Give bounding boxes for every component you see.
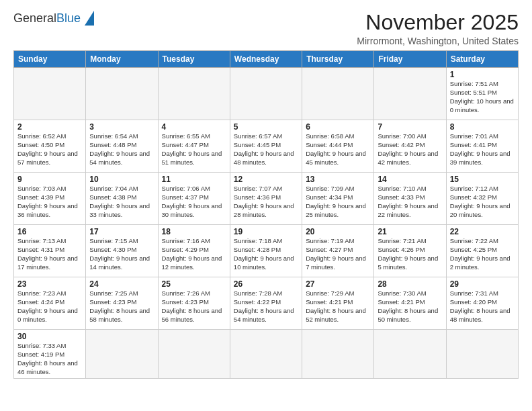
calendar-week-row: 30Sunrise: 7:33 AM Sunset: 4:19 PM Dayli…: [14, 330, 519, 379]
header-wednesday: Wednesday: [230, 51, 302, 68]
logo-general: General: [13, 11, 56, 25]
calendar-week-row: 9Sunrise: 7:03 AM Sunset: 4:39 PM Daylig…: [14, 173, 519, 225]
table-row: [86, 330, 158, 379]
logo-blue: Blue: [56, 11, 81, 25]
day-info: Sunrise: 7:09 AM Sunset: 4:34 PM Dayligh…: [306, 185, 370, 219]
logo: GeneralBlue: [13, 11, 94, 26]
day-info: Sunrise: 7:13 AM Sunset: 4:31 PM Dayligh…: [17, 237, 82, 271]
day-info: Sunrise: 7:29 AM Sunset: 4:21 PM Dayligh…: [306, 289, 370, 324]
table-row: [158, 68, 230, 120]
calendar-week-row: 1Sunrise: 7:51 AM Sunset: 5:51 PM Daylig…: [14, 68, 519, 120]
day-number: 11: [162, 175, 226, 184]
table-row: 8Sunrise: 7:01 AM Sunset: 4:41 PM Daylig…: [446, 120, 518, 173]
table-row: 7Sunrise: 7:00 AM Sunset: 4:42 PM Daylig…: [374, 120, 446, 173]
day-info: Sunrise: 7:07 AM Sunset: 4:36 PM Dayligh…: [234, 185, 298, 219]
table-row: 5Sunrise: 6:57 AM Sunset: 4:45 PM Daylig…: [230, 120, 302, 173]
table-row: 24Sunrise: 7:25 AM Sunset: 4:23 PM Dayli…: [86, 277, 158, 330]
day-info: Sunrise: 7:23 AM Sunset: 4:24 PM Dayligh…: [17, 289, 82, 324]
logo-area: GeneralBlue: [13, 11, 94, 26]
day-info: Sunrise: 7:03 AM Sunset: 4:39 PM Dayligh…: [17, 185, 82, 219]
day-number: 20: [306, 227, 370, 236]
table-row: 4Sunrise: 6:55 AM Sunset: 4:47 PM Daylig…: [158, 120, 230, 173]
table-row: 21Sunrise: 7:21 AM Sunset: 4:26 PM Dayli…: [374, 225, 446, 277]
day-info: Sunrise: 7:06 AM Sunset: 4:37 PM Dayligh…: [162, 185, 226, 219]
day-number: 9: [17, 175, 82, 184]
table-row: 19Sunrise: 7:18 AM Sunset: 4:28 PM Dayli…: [230, 225, 302, 277]
day-number: 30: [17, 332, 82, 341]
day-info: Sunrise: 7:10 AM Sunset: 4:33 PM Dayligh…: [378, 185, 442, 219]
day-number: 24: [89, 279, 154, 289]
table-row: [230, 330, 302, 379]
calendar-week-row: 16Sunrise: 7:13 AM Sunset: 4:31 PM Dayli…: [14, 225, 519, 277]
table-row: 6Sunrise: 6:58 AM Sunset: 4:44 PM Daylig…: [302, 120, 374, 173]
day-info: Sunrise: 7:16 AM Sunset: 4:29 PM Dayligh…: [162, 237, 226, 271]
header: GeneralBlue November 2025 Mirrormont, Wa…: [13, 11, 519, 46]
header-friday: Friday: [374, 51, 446, 68]
day-number: 22: [450, 227, 515, 236]
table-row: 2Sunrise: 6:52 AM Sunset: 4:50 PM Daylig…: [14, 120, 86, 173]
table-row: [446, 330, 518, 379]
day-number: 23: [17, 279, 82, 289]
calendar-week-row: 2Sunrise: 6:52 AM Sunset: 4:50 PM Daylig…: [14, 120, 519, 173]
day-number: 7: [378, 122, 442, 132]
day-info: Sunrise: 7:04 AM Sunset: 4:38 PM Dayligh…: [89, 185, 154, 219]
day-number: 14: [378, 175, 442, 184]
day-number: 27: [306, 279, 370, 289]
table-row: 1Sunrise: 7:51 AM Sunset: 5:51 PM Daylig…: [446, 68, 518, 120]
table-row: [158, 330, 230, 379]
table-row: 28Sunrise: 7:30 AM Sunset: 4:21 PM Dayli…: [374, 277, 446, 330]
day-info: Sunrise: 7:28 AM Sunset: 4:22 PM Dayligh…: [234, 289, 298, 324]
day-number: 28: [378, 279, 442, 289]
table-row: 14Sunrise: 7:10 AM Sunset: 4:33 PM Dayli…: [374, 173, 446, 225]
day-number: 3: [89, 122, 154, 132]
day-info: Sunrise: 7:12 AM Sunset: 4:32 PM Dayligh…: [450, 185, 515, 219]
day-number: 18: [162, 227, 226, 236]
day-info: Sunrise: 6:52 AM Sunset: 4:50 PM Dayligh…: [17, 132, 82, 167]
day-number: 29: [450, 279, 515, 289]
day-number: 17: [89, 227, 154, 236]
day-info: Sunrise: 7:33 AM Sunset: 4:19 PM Dayligh…: [17, 342, 82, 376]
table-row: [14, 68, 86, 120]
day-info: Sunrise: 6:54 AM Sunset: 4:48 PM Dayligh…: [89, 132, 154, 167]
page: GeneralBlue November 2025 Mirrormont, Wa…: [0, 0, 532, 411]
logo-text: GeneralBlue: [13, 12, 81, 24]
month-title: November 2025: [357, 11, 519, 34]
table-row: 13Sunrise: 7:09 AM Sunset: 4:34 PM Dayli…: [302, 173, 374, 225]
day-number: 2: [17, 122, 82, 132]
day-info: Sunrise: 7:51 AM Sunset: 5:51 PM Dayligh…: [450, 80, 515, 114]
day-number: 21: [378, 227, 442, 236]
table-row: 29Sunrise: 7:31 AM Sunset: 4:20 PM Dayli…: [446, 277, 518, 330]
weekday-header-row: Sunday Monday Tuesday Wednesday Thursday…: [14, 51, 519, 68]
day-info: Sunrise: 7:19 AM Sunset: 4:27 PM Dayligh…: [306, 237, 370, 271]
day-info: Sunrise: 7:18 AM Sunset: 4:28 PM Dayligh…: [234, 237, 298, 271]
day-number: 5: [234, 122, 298, 132]
header-thursday: Thursday: [302, 51, 374, 68]
day-number: 4: [162, 122, 226, 132]
day-info: Sunrise: 7:22 AM Sunset: 4:25 PM Dayligh…: [450, 237, 515, 271]
day-info: Sunrise: 7:01 AM Sunset: 4:41 PM Dayligh…: [450, 132, 515, 167]
day-number: 1: [450, 70, 515, 79]
header-tuesday: Tuesday: [158, 51, 230, 68]
logo-triangle-icon: [85, 11, 94, 26]
day-number: 12: [234, 175, 298, 184]
day-number: 8: [450, 122, 515, 132]
day-info: Sunrise: 7:00 AM Sunset: 4:42 PM Dayligh…: [378, 132, 442, 167]
table-row: 10Sunrise: 7:04 AM Sunset: 4:38 PM Dayli…: [86, 173, 158, 225]
day-info: Sunrise: 6:55 AM Sunset: 4:47 PM Dayligh…: [162, 132, 226, 167]
table-row: 26Sunrise: 7:28 AM Sunset: 4:22 PM Dayli…: [230, 277, 302, 330]
table-row: [302, 68, 374, 120]
day-number: 10: [89, 175, 154, 184]
location: Mirrormont, Washington, United States: [357, 36, 519, 46]
header-sunday: Sunday: [14, 51, 86, 68]
title-area: November 2025 Mirrormont, Washington, Un…: [357, 11, 519, 46]
table-row: [302, 330, 374, 379]
day-info: Sunrise: 6:58 AM Sunset: 4:44 PM Dayligh…: [306, 132, 370, 167]
table-row: [374, 330, 446, 379]
header-saturday: Saturday: [446, 51, 518, 68]
table-row: [230, 68, 302, 120]
day-number: 19: [234, 227, 298, 236]
calendar: Sunday Monday Tuesday Wednesday Thursday…: [13, 50, 519, 379]
table-row: 22Sunrise: 7:22 AM Sunset: 4:25 PM Dayli…: [446, 225, 518, 277]
table-row: [374, 68, 446, 120]
table-row: 15Sunrise: 7:12 AM Sunset: 4:32 PM Dayli…: [446, 173, 518, 225]
